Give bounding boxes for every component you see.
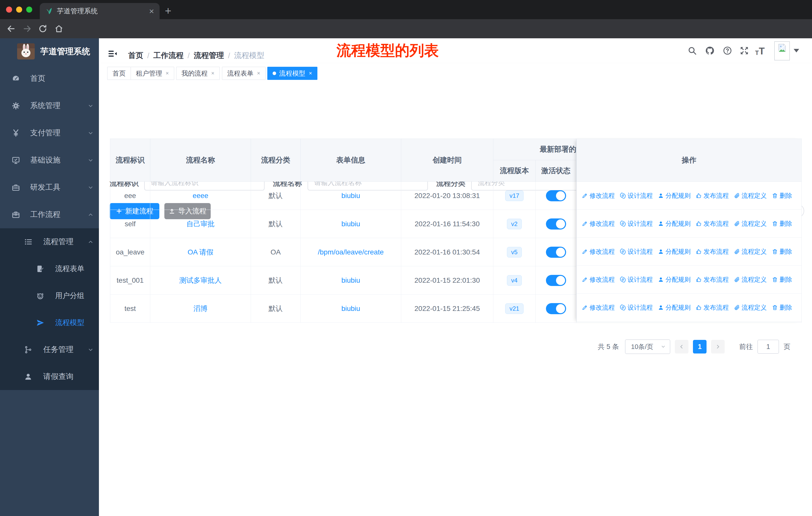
action-删除[interactable]: 删除: [772, 303, 792, 312]
close-icon[interactable]: ×: [166, 70, 169, 77]
action-发布流程[interactable]: 发布流程: [696, 275, 729, 284]
action-删除[interactable]: 删除: [772, 247, 792, 256]
new-tab-button[interactable]: +: [165, 4, 171, 17]
group-icon: [36, 292, 45, 300]
tab-租户管理[interactable]: 租户管理×: [130, 67, 174, 80]
tab-流程模型[interactable]: 流程模型×: [267, 67, 317, 80]
sidebar-item-请假查询[interactable]: 请假查询: [0, 363, 99, 390]
form-info-link[interactable]: biubiu: [341, 220, 360, 228]
tab-close-icon[interactable]: ×: [149, 7, 154, 16]
sidebar-item-支付管理[interactable]: 支付管理: [0, 119, 99, 146]
active-toggle[interactable]: [546, 275, 566, 286]
avatar-caret-icon[interactable]: [794, 49, 799, 52]
active-toggle[interactable]: [546, 218, 566, 229]
sidebar-item-首页[interactable]: 首页: [0, 65, 99, 92]
fullscreen-icon[interactable]: [740, 46, 749, 55]
action-删除[interactable]: 删除: [772, 191, 792, 200]
close-icon[interactable]: ×: [257, 70, 260, 77]
sidebar-item-基础设施[interactable]: 基础设施: [0, 147, 99, 173]
action-发布流程[interactable]: 发布流程: [696, 219, 729, 228]
action-设计流程[interactable]: 设计流程: [620, 191, 653, 200]
action-删除[interactable]: 删除: [772, 275, 792, 284]
forward-icon[interactable]: [23, 24, 32, 33]
action-设计流程[interactable]: 设计流程: [620, 303, 653, 312]
version-badge[interactable]: v2: [507, 219, 522, 229]
breadcrumb-item-2[interactable]: 流程管理: [194, 50, 224, 61]
active-toggle[interactable]: [546, 247, 566, 258]
action-发布流程[interactable]: 发布流程: [696, 303, 729, 312]
version-badge[interactable]: v5: [507, 247, 522, 257]
action-流程定义[interactable]: 流程定义: [734, 191, 767, 200]
action-删除[interactable]: 删除: [772, 219, 792, 228]
action-流程定义[interactable]: 流程定义: [734, 219, 767, 228]
process-name-link[interactable]: 自己审批: [186, 219, 215, 229]
action-设计流程[interactable]: 设计流程: [620, 247, 653, 256]
page-size-select[interactable]: 10条/页: [625, 340, 670, 354]
process-name-link[interactable]: 滔博: [194, 304, 208, 314]
action-流程定义[interactable]: 流程定义: [734, 275, 767, 284]
action-分配规则[interactable]: 分配规则: [658, 275, 691, 284]
prev-page-button[interactable]: [675, 340, 689, 353]
sidebar-fold-icon[interactable]: [108, 49, 117, 58]
next-page-button[interactable]: [711, 340, 725, 353]
breadcrumb-item-1[interactable]: 工作流程: [153, 50, 183, 61]
sidebar-item-系统管理[interactable]: 系统管理: [0, 92, 99, 119]
process-name-link[interactable]: 测试多审批人: [179, 276, 222, 285]
help-icon[interactable]: [723, 46, 732, 55]
form-info-link[interactable]: /bpm/oa/leave/create: [318, 248, 384, 256]
font-size-icon[interactable]: TT: [755, 46, 765, 56]
action-分配规则[interactable]: 分配规则: [658, 247, 691, 256]
breadcrumb-item-0[interactable]: 首页: [128, 50, 143, 61]
form-info-link[interactable]: biubiu: [341, 276, 360, 284]
window-zoom-button[interactable]: [26, 6, 32, 12]
action-流程定义[interactable]: 流程定义: [734, 247, 767, 256]
close-icon[interactable]: ×: [309, 70, 312, 77]
window-minimize-button[interactable]: [16, 6, 22, 12]
sidebar-item-研发工具[interactable]: 研发工具: [0, 174, 99, 201]
action-修改流程[interactable]: 修改流程: [582, 247, 615, 256]
process-name-link[interactable]: eeee: [193, 192, 208, 200]
version-badge[interactable]: v4: [507, 275, 522, 286]
tab-流程表单[interactable]: 流程表单×: [222, 67, 265, 80]
process-name-link[interactable]: OA 请假: [187, 247, 213, 257]
breadcrumb-separator: /: [147, 51, 149, 60]
form-info-link[interactable]: biubiu: [341, 192, 360, 200]
form-info-link[interactable]: biubiu: [341, 305, 360, 313]
sidebar-item-流程模型[interactable]: 流程模型: [0, 309, 99, 336]
back-icon[interactable]: [6, 24, 16, 33]
action-分配规则[interactable]: 分配规则: [658, 191, 691, 200]
action-修改流程[interactable]: 修改流程: [582, 303, 615, 312]
version-badge[interactable]: v21: [505, 303, 524, 314]
action-流程定义[interactable]: 流程定义: [734, 303, 767, 312]
current-page-button[interactable]: 1: [693, 340, 706, 353]
action-label: 修改流程: [589, 303, 615, 312]
action-修改流程[interactable]: 修改流程: [582, 275, 615, 284]
tab-我的流程[interactable]: 我的流程×: [176, 67, 220, 80]
action-分配规则[interactable]: 分配规则: [658, 219, 691, 228]
action-设计流程[interactable]: 设计流程: [620, 275, 653, 284]
goto-page-input[interactable]: 1: [757, 340, 779, 354]
search-icon[interactable]: [688, 46, 697, 55]
action-修改流程[interactable]: 修改流程: [582, 191, 615, 200]
action-发布流程[interactable]: 发布流程: [696, 247, 729, 256]
action-分配规则[interactable]: 分配规则: [658, 303, 691, 312]
version-badge[interactable]: v17: [505, 190, 524, 201]
sidebar-item-流程表单[interactable]: 流程表单: [0, 255, 99, 282]
home-icon[interactable]: [54, 24, 63, 33]
action-设计流程[interactable]: 设计流程: [620, 219, 653, 228]
close-icon[interactable]: ×: [211, 70, 214, 77]
sidebar-item-任务管理[interactable]: 任务管理: [0, 336, 99, 363]
sidebar-item-用户分组[interactable]: 用户分组: [0, 282, 99, 309]
active-toggle[interactable]: [546, 303, 566, 314]
sidebar-item-流程管理[interactable]: 流程管理: [0, 228, 99, 255]
avatar[interactable]: [774, 41, 790, 60]
action-修改流程[interactable]: 修改流程: [582, 219, 615, 228]
browser-tab[interactable]: 芋道管理系统 ×: [40, 3, 160, 19]
tab-首页[interactable]: 首页: [107, 67, 131, 80]
github-icon[interactable]: [705, 46, 715, 55]
active-toggle[interactable]: [546, 190, 566, 201]
sidebar-item-工作流程[interactable]: 工作流程: [0, 201, 99, 228]
action-发布流程[interactable]: 发布流程: [696, 191, 729, 200]
reload-icon[interactable]: [38, 24, 47, 33]
window-close-button[interactable]: [6, 6, 12, 12]
